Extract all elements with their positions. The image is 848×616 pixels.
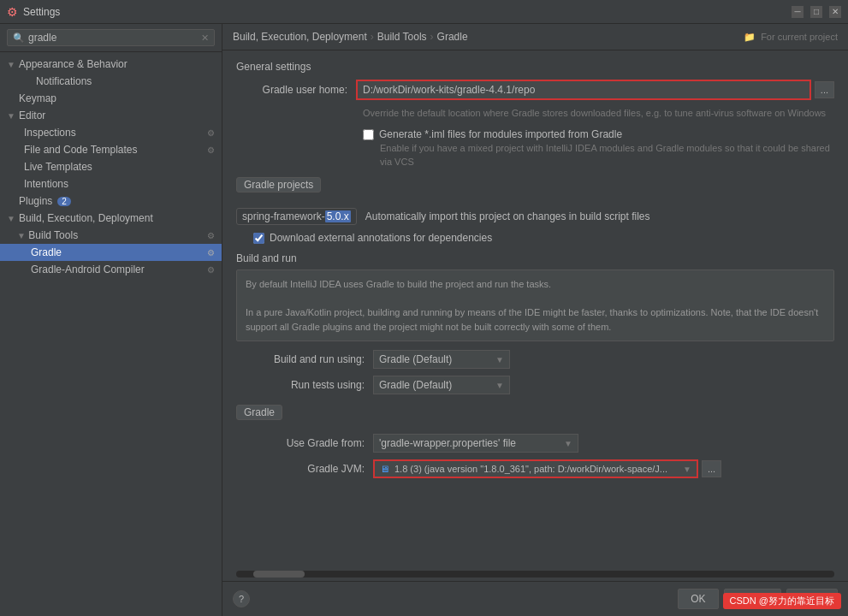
ok-button[interactable]: OK: [678, 589, 718, 609]
csdn-watermark: CSDN @努力的靠近目标: [723, 593, 841, 609]
project-name-tag: spring-framework-5.0.x: [236, 208, 357, 225]
build-run-label: Build and run: [236, 252, 834, 264]
generate-iml-row: Generate *.iml files for modules importe…: [363, 128, 834, 140]
title-bar: ⚙ Settings ─ □ ✕: [0, 0, 848, 24]
gradle-projects-tag: Gradle projects: [236, 177, 321, 192]
app-icon: ⚙: [7, 5, 18, 19]
sidebar-item-label: Plugins: [19, 195, 52, 207]
sidebar-item-label: Notifications: [36, 75, 92, 87]
build-run-section: Build and run By default IntelliJ IDEA u…: [236, 252, 834, 394]
main-content: Build, Execution, Deployment › Build Too…: [222, 24, 848, 616]
info-text: By default IntelliJ IDEA uses Gradle to …: [246, 279, 818, 332]
close-button[interactable]: ✕: [829, 6, 841, 18]
for-project-label: For current project: [761, 32, 838, 42]
sidebar-item-appearance-behavior[interactable]: ▼ Appearance & Behavior: [0, 56, 222, 73]
gradle-user-home-browse-button[interactable]: ...: [815, 81, 834, 98]
horizontal-scrollbar[interactable]: [236, 571, 834, 578]
dropdown-arrow-icon: ▼: [676, 465, 691, 474]
sidebar-item-label: Gradle-Android Compiler: [31, 264, 145, 275]
download-annotations-row: Download external annotations for depend…: [253, 232, 834, 244]
sidebar-item-label: Inspections: [24, 127, 76, 139]
build-run-info: By default IntelliJ IDEA uses Gradle to …: [236, 270, 834, 341]
sidebar-item-keymap[interactable]: Keymap: [0, 90, 222, 107]
sidebar-item-build-execution[interactable]: ▼ Build, Execution, Deployment: [0, 210, 222, 227]
dropdown-arrow-icon: ▼: [489, 381, 504, 390]
sidebar-item-inspections[interactable]: Inspections ⚙: [0, 124, 222, 141]
gradle-tag: Gradle: [236, 405, 282, 420]
download-annotations-label[interactable]: Download external annotations for depend…: [270, 232, 492, 244]
plugins-badge: 2: [57, 197, 71, 206]
use-gradle-from-dropdown[interactable]: 'gradle-wrapper.properties' file ▼: [373, 434, 578, 453]
build-run-using-label: Build and run using:: [236, 353, 373, 365]
arrow-icon: ▼: [7, 60, 17, 69]
sidebar-item-editor[interactable]: ▼ Editor: [0, 107, 222, 124]
config-icon: ⚙: [207, 265, 215, 275]
project-icon: 📁: [744, 32, 756, 42]
sidebar-item-notifications[interactable]: Notifications: [0, 73, 222, 90]
gradle-jvm-browse-button[interactable]: ...: [702, 460, 721, 477]
breadcrumb-part2: Build Tools: [377, 31, 427, 43]
sidebar: 🔍 ✕ ▼ Appearance & Behavior Notification…: [0, 24, 222, 616]
minimize-button[interactable]: ─: [792, 6, 804, 18]
breadcrumb: Build, Execution, Deployment › Build Too…: [222, 24, 848, 50]
config-icon: ⚙: [207, 231, 215, 240]
sidebar-item-label: File and Code Templates: [24, 144, 138, 156]
download-annotations-checkbox[interactable]: [253, 233, 264, 244]
dropdown-arrow-icon: ▼: [489, 355, 504, 364]
general-settings-label: General settings: [236, 61, 834, 73]
build-run-using-dropdown[interactable]: Gradle (Default) ▼: [373, 350, 510, 369]
arrow-icon: ▼: [7, 111, 17, 121]
sidebar-item-build-tools[interactable]: ▼ Build Tools ⚙: [0, 227, 222, 244]
sidebar-item-label: Build, Execution, Deployment: [19, 212, 153, 224]
gradle-jvm-value: 1.8 (3) (java version "1.8.0_361", path:…: [394, 464, 676, 474]
sidebar-item-label: Keymap: [19, 92, 56, 104]
gradle-user-home-input[interactable]: [356, 80, 811, 100]
breadcrumb-part1: Build, Execution, Deployment: [233, 31, 367, 43]
sidebar-item-file-code-templates[interactable]: File and Code Templates ⚙: [0, 141, 222, 158]
sidebar-item-live-templates[interactable]: Live Templates: [0, 158, 222, 175]
use-gradle-from-value: 'gradle-wrapper.properties' file: [379, 437, 557, 449]
sidebar-item-label: Editor: [19, 110, 45, 121]
sidebar-item-gradle-android[interactable]: Gradle-Android Compiler ⚙: [0, 261, 222, 278]
search-input[interactable]: [28, 32, 201, 44]
search-wrapper[interactable]: 🔍 ✕: [7, 29, 215, 46]
run-tests-using-dropdown[interactable]: Gradle (Default) ▼: [373, 376, 510, 394]
project-version-highlight: 5.0.x: [325, 210, 351, 222]
run-tests-using-label: Run tests using:: [236, 379, 373, 391]
project-name-text: spring-framework-: [242, 210, 325, 222]
search-icon: 🔍: [13, 33, 25, 44]
clear-icon[interactable]: ✕: [201, 33, 209, 44]
for-project: 📁 For current project: [744, 32, 838, 43]
config-icon: ⚙: [207, 248, 215, 258]
generate-iml-checkbox[interactable]: [363, 129, 374, 140]
jvm-icon: 🖥: [380, 464, 389, 474]
run-tests-using-row: Run tests using: Gradle (Default) ▼: [236, 376, 834, 394]
sidebar-item-label: Build Tools: [28, 229, 78, 241]
sidebar-item-plugins[interactable]: Plugins 2: [0, 192, 222, 210]
dialog-container: 🔍 ✕ ▼ Appearance & Behavior Notification…: [0, 24, 848, 616]
help-button[interactable]: ?: [233, 590, 250, 607]
arrow-icon: ▼: [7, 214, 17, 223]
gradle-jvm-dropdown[interactable]: 🖥 1.8 (3) (java version "1.8.0_361", pat…: [373, 459, 698, 478]
project-row: spring-framework-5.0.x Automatically imp…: [236, 208, 834, 225]
maximize-button[interactable]: □: [810, 6, 822, 18]
sidebar-item-intentions[interactable]: Intentions: [0, 175, 222, 192]
arrow-icon: ▼: [17, 231, 27, 240]
sidebar-item-gradle[interactable]: Gradle ⚙: [0, 244, 222, 261]
breadcrumb-sep1: ›: [371, 31, 374, 43]
gradle-user-home-label: Gradle user home:: [236, 84, 356, 96]
use-gradle-from-row: Use Gradle from: 'gradle-wrapper.propert…: [236, 434, 834, 453]
breadcrumb-part3: Gradle: [437, 31, 468, 43]
generate-iml-label[interactable]: Generate *.iml files for modules importe…: [379, 128, 622, 140]
config-icon: ⚙: [207, 145, 215, 155]
gradle-user-home-input-wrapper: ...: [356, 80, 834, 100]
sidebar-item-label: Gradle: [31, 246, 62, 258]
dropdown-arrow-icon: ▼: [557, 439, 572, 448]
sidebar-tree: ▼ Appearance & Behavior Notifications Ke…: [0, 52, 222, 616]
search-box: 🔍 ✕: [0, 24, 222, 52]
scrollbar-thumb[interactable]: [253, 571, 305, 578]
content-area: General settings Gradle user home: ... O…: [222, 50, 848, 567]
build-run-using-value: Gradle (Default): [379, 353, 489, 365]
gradle-jvm-label: Gradle JVM:: [236, 463, 373, 475]
generate-iml-hint: Enable if you have a mixed project with …: [380, 142, 834, 169]
